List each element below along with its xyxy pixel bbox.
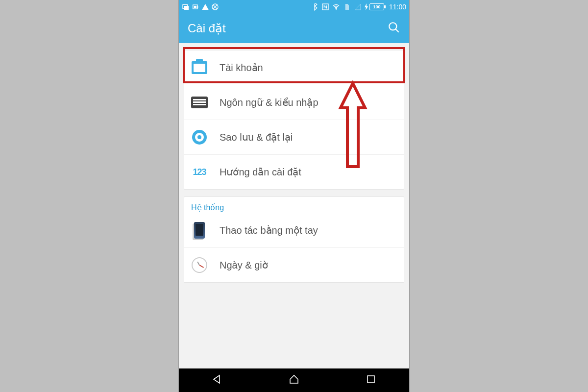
search-button[interactable] xyxy=(388,21,400,36)
settings-item-accounts[interactable]: Tài khoản xyxy=(184,50,404,85)
battery-charging-icon: 100 xyxy=(365,3,384,10)
bluetooth-icon xyxy=(311,3,318,11)
warning-icon xyxy=(201,3,209,11)
nfc-icon xyxy=(321,3,329,11)
settings-item-label: Tài khoản xyxy=(220,62,263,74)
nav-home-button[interactable] xyxy=(288,373,300,387)
svg-rect-1 xyxy=(197,6,198,8)
app-bar: Cài đặt xyxy=(179,14,409,43)
id-card-icon xyxy=(192,61,207,74)
status-clock: 11:00 xyxy=(389,3,406,11)
settings-item-setup-guide[interactable]: 123 Hướng dẫn cài đặt xyxy=(184,154,404,189)
personal-card: Tài khoản Ngôn ngữ & kiểu nhập Sao lưu &… xyxy=(184,50,404,190)
settings-item-label: Hướng dẫn cài đặt xyxy=(220,166,301,178)
nav-recents-button[interactable] xyxy=(365,373,377,387)
no-data-icon xyxy=(211,3,219,11)
lifebuoy-icon xyxy=(192,130,207,145)
triangle-back-icon xyxy=(211,373,223,385)
sim-icon xyxy=(343,3,351,11)
keyboard-icon xyxy=(191,97,208,108)
section-header-system: Hệ thống xyxy=(184,197,404,213)
battery-percent: 100 xyxy=(373,4,380,9)
phone-hand-icon xyxy=(194,222,205,239)
android-nav-bar xyxy=(179,368,409,392)
nav-back-button[interactable] xyxy=(211,373,223,387)
square-recents-icon xyxy=(365,373,377,385)
phone-frame: 100 11:00 Cài đặt Tài khoản Ngôn ngữ & k… xyxy=(179,0,409,392)
settings-item-label: Sao lưu & đặt lại xyxy=(220,131,293,143)
svg-point-5 xyxy=(389,23,396,30)
status-bar: 100 11:00 xyxy=(179,0,409,14)
settings-item-label: Ngôn ngữ & kiểu nhập xyxy=(220,97,318,108)
battery-saver-icon xyxy=(192,3,199,11)
settings-item-label: Thao tác bằng một tay xyxy=(220,224,318,236)
wifi-icon xyxy=(332,3,340,11)
numbers-123-icon: 123 xyxy=(193,167,206,177)
svg-rect-6 xyxy=(368,376,374,383)
system-card: Hệ thống Thao tác bằng một tay Ngày & gi… xyxy=(184,196,404,283)
home-outline-icon xyxy=(288,373,300,385)
page-title: Cài đặt xyxy=(188,22,226,35)
settings-item-backup-reset[interactable]: Sao lưu & đặt lại xyxy=(184,120,404,154)
svg-rect-2 xyxy=(194,6,196,8)
settings-item-language-input[interactable]: Ngôn ngữ & kiểu nhập xyxy=(184,85,404,120)
settings-item-one-hand[interactable]: Thao tác bằng một tay xyxy=(184,213,404,247)
search-icon xyxy=(388,21,400,34)
settings-item-date-time[interactable]: Ngày & giờ xyxy=(184,247,404,282)
settings-item-label: Ngày & giờ xyxy=(220,259,268,271)
clock-icon xyxy=(192,257,207,273)
signal-icon xyxy=(354,3,362,11)
settings-list: Tài khoản Ngôn ngữ & kiểu nhập Sao lưu &… xyxy=(179,43,409,368)
screenshot-icon xyxy=(182,3,190,11)
